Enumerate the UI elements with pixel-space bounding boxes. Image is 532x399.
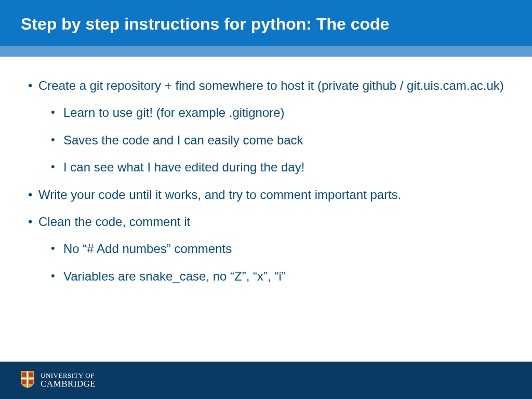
bullet-text: Create a git repository + find somewhere… [38,78,504,92]
slide-content: Create a git repository + find somewhere… [0,57,532,362]
bullet-text: Learn to use git! (for example .gitignor… [63,105,285,119]
slide-title: Step by step instructions for python: Th… [21,15,511,34]
bullet-text: Variables are snake_case, no “Z”, “x”, “… [63,269,286,283]
svg-rect-3 [22,373,26,377]
sub-bullet-list: Learn to use git! (for example .gitignor… [38,104,506,176]
bullet-text: Write your code until it works, and try … [38,188,401,202]
bullet-item: Create a git repository + find somewhere… [26,77,506,176]
bullet-text: I can see what I have edited during the … [63,160,304,174]
sub-bullet-list: No “# Add numbes” comments Variables are… [38,241,506,285]
sub-bullet-item: No “# Add numbes” comments [38,241,506,257]
svg-rect-5 [22,380,26,384]
university-logo: UNIVERSITY OF CAMBRIDGE [21,371,96,390]
slide-footer: UNIVERSITY OF CAMBRIDGE [0,362,532,399]
svg-rect-4 [29,373,33,377]
sub-bullet-item: Learn to use git! (for example .gitignor… [38,104,506,121]
sub-bullet-item: Variables are snake_case, no “Z”, “x”, “… [38,268,506,285]
bullet-text: Saves the code and I can easily come bac… [63,133,303,147]
svg-rect-6 [29,380,33,384]
logo-line2: CAMBRIDGE [41,379,96,389]
slide: Step by step instructions for python: Th… [0,0,532,399]
bullet-text: No “# Add numbes” comments [63,242,232,256]
bullet-list: Create a git repository + find somewhere… [26,77,506,285]
accent-bar [0,46,532,57]
crest-icon [21,371,34,390]
slide-header: Step by step instructions for python: Th… [0,0,532,46]
logo-text: UNIVERSITY OF CAMBRIDGE [41,372,96,389]
bullet-item: Write your code until it works, and try … [26,187,506,203]
bullet-text: Clean the code, comment it [38,215,190,229]
logo-line1: UNIVERSITY OF [41,372,96,379]
sub-bullet-item: I can see what I have edited during the … [38,159,506,176]
bullet-item: Clean the code, comment it No “# Add num… [26,214,506,285]
sub-bullet-item: Saves the code and I can easily come bac… [38,132,506,149]
